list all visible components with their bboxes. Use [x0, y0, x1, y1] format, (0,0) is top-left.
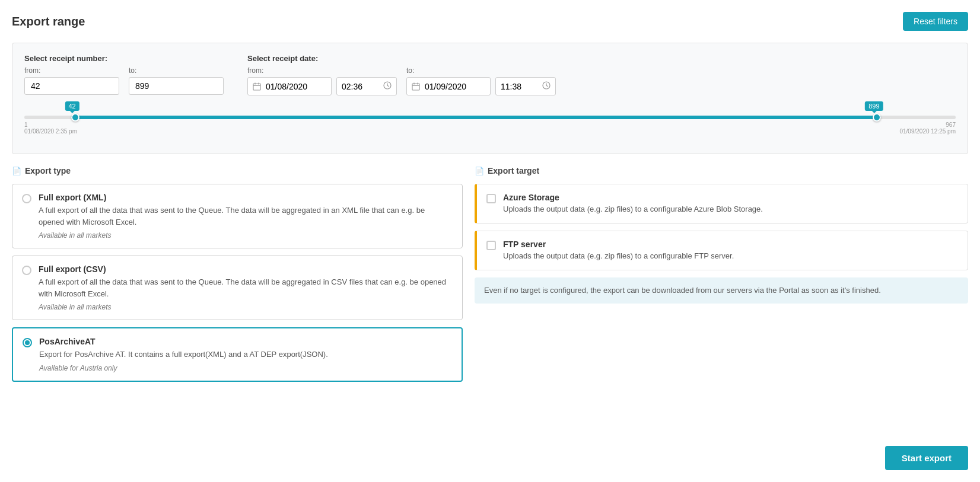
azure-desc: Uploads the output data (e.g. zip files)…	[503, 204, 763, 215]
date-from-group: from:	[247, 66, 397, 95]
svg-line-13	[546, 85, 548, 87]
ftp-checkbox[interactable]	[486, 241, 496, 250]
receipt-number-group: Select receipt number: from: to:	[24, 54, 224, 95]
receipt-from-input[interactable]	[24, 77, 119, 95]
slider-fill	[71, 116, 882, 119]
pos-card-content: PosArchiveAT Export for PosArchive AT. I…	[39, 337, 328, 372]
export-type-xml-card[interactable]: Full export (XML) A full export of all t…	[12, 184, 463, 248]
receipt-date-inputs: from:	[247, 66, 556, 95]
slider-right-edge-num: 967	[899, 122, 956, 128]
csv-radio[interactable]	[22, 266, 31, 275]
receipt-date-group: Select receipt date: from:	[247, 54, 556, 95]
date-from-inputs	[247, 77, 397, 95]
receipt-to-input[interactable]	[129, 77, 224, 95]
date-to-inputs	[406, 77, 556, 95]
slider-right-edge-date: 01/09/2020 12:25 pm	[899, 128, 956, 135]
page-header: Export range Reset filters	[12, 12, 968, 31]
svg-rect-0	[253, 84, 260, 90]
main-columns: 📄 Export type Full export (XML) A full e…	[12, 166, 968, 389]
slider-left-edge-date: 01/08/2020 2:35 pm	[24, 128, 77, 135]
csv-card-title: Full export (CSV)	[39, 264, 453, 274]
date-from-label: from:	[247, 66, 397, 75]
ftp-content: FTP server Uploads the output data (e.g.…	[503, 240, 734, 261]
export-target-section: 📄 Export target Azure Storage Uploads th…	[475, 166, 968, 389]
export-type-pos-card[interactable]: PosArchiveAT Export for PosArchive AT. I…	[12, 327, 463, 382]
slider-thumb-left[interactable]: 42	[71, 113, 79, 122]
svg-rect-7	[412, 84, 419, 90]
clock-icon-to[interactable]	[537, 78, 555, 95]
page-container: Export range Reset filters Select receip…	[0, 0, 980, 482]
slider-thumb-right[interactable]: 899	[873, 113, 881, 122]
time-from-wrap	[336, 77, 397, 95]
pos-card-row: PosArchiveAT Export for PosArchive AT. I…	[23, 337, 452, 372]
pos-card-desc: Export for PosArchive AT. It contains a …	[39, 349, 328, 360]
pos-card-avail: Available for Austria only	[39, 364, 328, 372]
xml-card-row: Full export (XML) A full export of all t…	[22, 193, 453, 240]
slider-left-edge: 1 01/08/2020 2:35 pm	[24, 122, 77, 135]
csv-card-content: Full export (CSV) A full export of all t…	[39, 264, 453, 311]
csv-card-desc: A full export of all the data that was s…	[39, 276, 453, 299]
slider-right-edge: 967 01/09/2020 12:25 pm	[899, 122, 956, 135]
csv-card-row: Full export (CSV) A full export of all t…	[22, 264, 453, 311]
receipt-number-label: Select receipt number:	[24, 54, 224, 63]
export-type-icon: 📄	[12, 167, 21, 175]
slider-label-left: 42	[65, 101, 79, 111]
ftp-desc: Uploads the output data (e.g. zip files)…	[503, 251, 734, 261]
receipt-from-label: from:	[24, 66, 119, 75]
export-target-info: Even if no target is configured, the exp…	[475, 277, 968, 304]
export-target-icon: 📄	[475, 167, 484, 175]
time-from-input[interactable]	[337, 78, 378, 95]
ftp-server-card[interactable]: FTP server Uploads the output data (e.g.…	[475, 231, 968, 270]
xml-card-desc: A full export of all the data that was s…	[39, 205, 453, 228]
slider-track: 42 899	[24, 116, 956, 119]
date-from-date-input[interactable]	[266, 78, 331, 95]
slider-edge-labels: 1 01/08/2020 2:35 pm 967 01/09/2020 12:2…	[24, 122, 956, 135]
page-title: Export range	[12, 15, 85, 28]
date-to-date-wrap	[406, 77, 491, 95]
date-to-group: to:	[406, 66, 556, 95]
page-footer: Start export	[885, 446, 968, 470]
receipt-to-group: to:	[129, 66, 224, 95]
reset-filters-button[interactable]: Reset filters	[903, 12, 968, 31]
receipt-number-inputs: from: to:	[24, 66, 224, 95]
receipt-from-group: from:	[24, 66, 119, 95]
xml-radio[interactable]	[22, 194, 31, 203]
pos-radio[interactable]	[23, 338, 32, 347]
export-type-section: 📄 Export type Full export (XML) A full e…	[12, 166, 463, 389]
azure-content: Azure Storage Uploads the output data (e…	[503, 193, 763, 215]
xml-card-avail: Available in all markets	[39, 231, 453, 240]
calendar-icon-to	[407, 79, 425, 94]
azure-checkbox[interactable]	[486, 194, 496, 203]
ftp-title: FTP server	[503, 240, 734, 249]
export-type-title: 📄 Export type	[12, 166, 463, 175]
export-target-title: 📄 Export target	[475, 166, 968, 175]
range-fields: Select receipt number: from: to: Select …	[24, 54, 956, 95]
svg-line-6	[387, 85, 389, 87]
time-to-input[interactable]	[496, 78, 537, 95]
xml-card-title: Full export (XML)	[39, 193, 453, 202]
time-to-wrap	[495, 77, 556, 95]
receipt-date-label: Select receipt date:	[247, 54, 556, 63]
azure-storage-card[interactable]: Azure Storage Uploads the output data (e…	[475, 184, 968, 224]
clock-icon-from[interactable]	[378, 78, 396, 95]
export-range-box: Select receipt number: from: to: Select …	[12, 43, 968, 154]
date-to-label: to:	[406, 66, 556, 75]
azure-title: Azure Storage	[503, 193, 763, 202]
xml-card-content: Full export (XML) A full export of all t…	[39, 193, 453, 240]
calendar-icon-from	[248, 79, 266, 94]
date-to-date-input[interactable]	[425, 78, 490, 95]
pos-card-title: PosArchiveAT	[39, 337, 328, 346]
receipt-to-label: to:	[129, 66, 224, 75]
export-type-csv-card[interactable]: Full export (CSV) A full export of all t…	[12, 256, 463, 320]
range-slider[interactable]: 42 899 1 01/08/2020 2:35 pm 967 01/09/20…	[24, 101, 956, 145]
start-export-button[interactable]: Start export	[885, 446, 968, 470]
date-from-date-wrap	[247, 77, 332, 95]
csv-card-avail: Available in all markets	[39, 303, 453, 311]
slider-left-edge-num: 1	[24, 122, 77, 128]
slider-label-right: 899	[865, 101, 883, 111]
